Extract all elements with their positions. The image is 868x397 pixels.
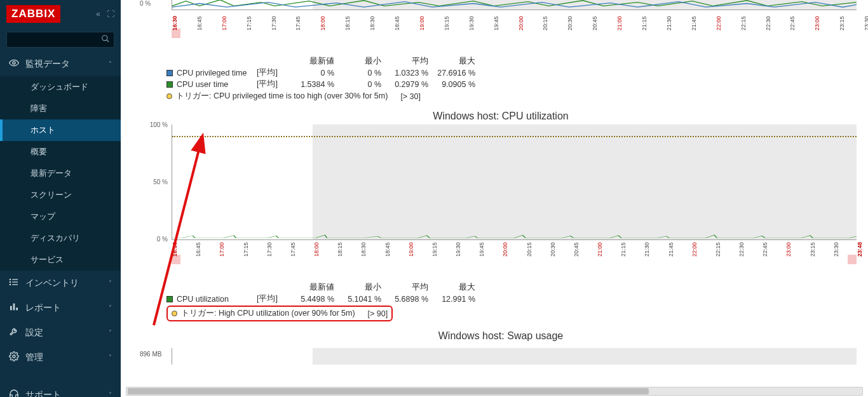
svg-point-6 xyxy=(10,279,10,279)
chevron-down-icon: ˅ xyxy=(109,354,112,361)
support-icon xyxy=(9,389,19,397)
x-tick: 20:00 xyxy=(502,242,508,257)
x-tick: 16:45 xyxy=(196,16,203,30)
search-box[interactable] xyxy=(6,32,114,48)
x-tick: 17:15 xyxy=(246,16,252,30)
x-tick: 22:00 xyxy=(715,16,722,30)
legend-name: CPU user time xyxy=(177,80,257,89)
nav-item[interactable]: ダッシュボード xyxy=(0,76,121,98)
nav-item[interactable]: ディスカバリ xyxy=(0,227,121,249)
nav-section-label: 監視データ xyxy=(25,58,102,70)
y-tick-0: 0 % xyxy=(140,0,151,7)
x-tick: 21:30 xyxy=(644,242,650,257)
nav-section-label: インベントリ xyxy=(25,278,102,289)
nav-item[interactable]: 概要 xyxy=(0,141,121,163)
legend-name: CPU utilization xyxy=(177,295,257,304)
x-tick: 18:00 xyxy=(320,16,326,30)
scrollbar-handle[interactable] xyxy=(128,388,649,394)
legend-cputime: 最新値 最小 平均 最大 CPU privileged time[平均]0 %0… xyxy=(166,56,862,102)
x-tick: 17:45 xyxy=(295,16,301,30)
x-tick: 23:00 xyxy=(785,242,792,257)
legend-series-row: CPU user time[平均]1.5384 %0 %0.2979 %9.09… xyxy=(166,79,862,90)
x-tick: 21:15 xyxy=(620,242,627,257)
nav-item[interactable]: マップ xyxy=(0,206,121,227)
nav-section-eye[interactable]: 監視データ˄ xyxy=(0,51,121,76)
x-tick: 20:45 xyxy=(592,16,598,30)
x-tick: 23:15 xyxy=(810,242,816,257)
nav-item[interactable]: 最新データ xyxy=(0,163,121,184)
x-tick: 20:30 xyxy=(550,242,556,257)
svg-point-12 xyxy=(13,355,15,358)
x-tick: 20:45 xyxy=(573,242,580,257)
wrench-icon xyxy=(9,326,19,339)
chevron-down-icon: ˅ xyxy=(109,329,112,336)
chart-plot-cpu[interactable] xyxy=(172,124,857,240)
nav-item[interactable]: 障害 xyxy=(0,98,121,119)
x-tick: 19:30 xyxy=(468,16,475,30)
svg-rect-11 xyxy=(16,307,18,310)
x-tick: 21:15 xyxy=(641,16,648,30)
x-tick: 18:15 xyxy=(344,16,351,30)
x-tick: 21:30 xyxy=(666,16,672,30)
x-tick: 21:00 xyxy=(597,242,603,257)
nav-section-support[interactable]: サポート˅ xyxy=(0,382,121,397)
legend-agg: [平均] xyxy=(257,79,287,90)
x-tick: 17:30 xyxy=(271,16,277,30)
x-tick: 23:30 xyxy=(833,242,839,257)
sidebar-header: ZABBIX « ⛶ xyxy=(0,0,121,28)
eye-icon xyxy=(9,58,19,70)
graph-block-cpuutil: Windows host: CPU utilization 100 %50 %0… xyxy=(140,111,862,321)
nav-item[interactable]: ホスト xyxy=(0,119,121,141)
search-icon[interactable] xyxy=(101,34,110,45)
legend-agg: [平均] xyxy=(257,67,287,78)
x-tick: 23:15 xyxy=(839,16,845,30)
x-tick: 17:45 xyxy=(290,242,296,257)
x-tick: 23:00 xyxy=(814,16,820,30)
nav-section-list[interactable]: インベントリ˅ xyxy=(0,271,121,295)
x-tick: 18:30 xyxy=(369,16,376,30)
svg-rect-10 xyxy=(13,304,15,311)
x-tick: 20:15 xyxy=(526,242,532,257)
x-tick: 18:45 xyxy=(394,16,400,30)
x-tick: 23:48 xyxy=(857,242,863,257)
graph-block-swap: Windows host: Swap usage 896 MB xyxy=(140,330,862,365)
x-tick: 16:30 xyxy=(172,242,178,257)
y-tick: 50 % xyxy=(153,178,168,185)
svg-point-7 xyxy=(10,281,10,282)
trigger-row-cpuutil-highlighted: トリガー: High CPU utilization (over 90% for… xyxy=(166,306,393,321)
search-input[interactable] xyxy=(11,36,101,44)
svg-point-2 xyxy=(13,62,15,64)
x-tick: 22:30 xyxy=(738,242,745,257)
nav-section-label: レポート xyxy=(25,302,102,314)
collapse-icon[interactable]: « xyxy=(96,10,100,18)
x-tick: 19:15 xyxy=(444,16,450,30)
nav-item[interactable]: スクリーン xyxy=(0,184,121,206)
nav-section-gear[interactable]: 管理˅ xyxy=(0,345,121,370)
legend-name: CPU privileged time xyxy=(177,69,257,77)
bar-icon xyxy=(9,302,19,314)
x-tick: 22:15 xyxy=(740,16,747,30)
time-band-end xyxy=(848,255,857,264)
x-tick: 17:00 xyxy=(219,242,225,257)
x-tick: 21:45 xyxy=(668,242,674,257)
x-tick: 18:00 xyxy=(313,242,320,257)
fullscreen-icon[interactable]: ⛶ xyxy=(107,10,114,18)
sidebar: ZABBIX « ⛶ 監視データ˄ダッシュボード障害ホスト概要最新データスクリー… xyxy=(0,0,121,397)
chevron-down-icon: ˅ xyxy=(109,391,112,397)
x-tick: 20:15 xyxy=(542,16,548,30)
legend-agg: [平均] xyxy=(257,293,287,304)
nav-item[interactable]: サービス xyxy=(0,249,121,271)
trigger-dot-icon xyxy=(166,93,172,99)
x-tick: 16:30 xyxy=(172,16,178,30)
logo[interactable]: ZABBIX xyxy=(6,5,60,23)
x-tick: 21:00 xyxy=(616,16,623,30)
nav-section-bar[interactable]: レポート˅ xyxy=(0,295,121,320)
legend-series-row: CPU privileged time[平均]0 %0 %1.0323 %27.… xyxy=(166,67,862,78)
x-tick: 17:15 xyxy=(243,242,249,257)
horizontal-scrollbar[interactable] xyxy=(126,387,863,396)
nav-section-wrench[interactable]: 設定˅ xyxy=(0,320,121,345)
x-tick: 18:15 xyxy=(337,242,343,257)
graph-title-cpu: Windows host: CPU utilization xyxy=(140,111,862,122)
x-tick: 22:00 xyxy=(691,242,698,257)
cpu-series-line xyxy=(172,214,857,239)
